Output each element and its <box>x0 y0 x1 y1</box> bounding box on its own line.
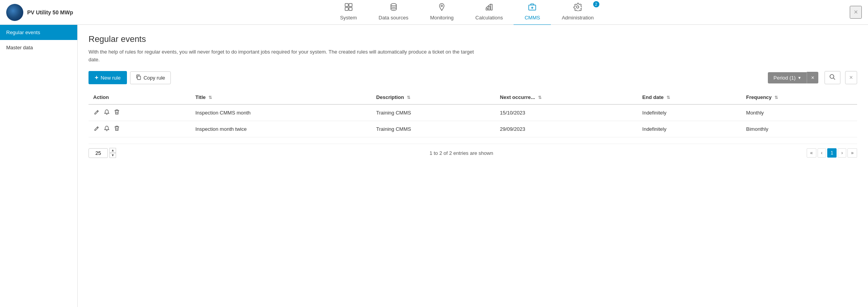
main-nav: System Data sources Monitoring <box>84 0 850 26</box>
main-content: Regular events With the help of rules fo… <box>78 25 868 307</box>
delete-icon-row1[interactable] <box>113 109 120 117</box>
nav-item-calculations[interactable]: Calculations <box>465 0 514 26</box>
svg-rect-0 <box>345 3 348 7</box>
table-row: Inspection CMMS month Training CMMS 15/1… <box>89 104 857 121</box>
col-action-label: Action <box>93 94 109 100</box>
table-footer: ▲ ▼ 1 to 2 of 2 entries are shown « ‹ 1 … <box>89 144 857 162</box>
table-row: Inspection month twice Training CMMS 29/… <box>89 121 857 137</box>
bell-icon-row2[interactable] <box>103 125 110 133</box>
page-title: Regular events <box>89 34 857 44</box>
col-frequency-label: Frequency <box>746 94 772 100</box>
svg-rect-1 <box>349 3 352 7</box>
title-sort-icon: ⇅ <box>208 95 212 100</box>
period-filter-button[interactable]: Period (1) ▼ <box>768 72 807 83</box>
copy-rule-button[interactable]: Copy rule <box>130 71 171 84</box>
table-header-row: Action Title ⇅ Description ⇅ Next occurr… <box>89 90 857 104</box>
action-icons-row2 <box>93 125 186 133</box>
col-action: Action <box>89 90 191 104</box>
administration-badge: 2 <box>593 1 599 7</box>
period-clear-button[interactable]: × <box>807 72 818 83</box>
cmms-icon <box>528 3 536 13</box>
col-next-occurrence[interactable]: Next occurre... ⇅ <box>495 90 638 104</box>
nav-item-cmms[interactable]: CMMS <box>514 0 551 26</box>
col-frequency[interactable]: Frequency ⇅ <box>741 90 857 104</box>
next-occurrence-sort-icon: ⇅ <box>538 95 542 100</box>
edit-icon-row2[interactable] <box>93 125 100 133</box>
col-title[interactable]: Title ⇅ <box>191 90 372 104</box>
sidebar-item-master-data[interactable]: Master data <box>0 40 77 55</box>
col-next-occurrence-label: Next occurre... <box>500 94 535 100</box>
svg-line-15 <box>833 78 835 80</box>
per-page-down[interactable]: ▼ <box>109 153 116 158</box>
nav-item-administration[interactable]: Administration 2 <box>551 0 604 26</box>
col-description-label: Description <box>376 94 404 100</box>
period-filter: Period (1) ▼ × <box>768 72 818 83</box>
row2-description: Training CMMS <box>372 121 495 137</box>
search-icon <box>830 75 835 81</box>
per-page-control: ▲ ▼ <box>89 148 116 158</box>
new-rule-label: New rule <box>101 75 120 81</box>
per-page-input[interactable] <box>89 148 108 158</box>
col-description[interactable]: Description ⇅ <box>372 90 495 104</box>
pagination-first[interactable]: « <box>807 148 816 158</box>
nav-item-monitoring[interactable]: Monitoring <box>419 0 465 26</box>
row1-title: Inspection CMMS month <box>191 104 372 121</box>
row2-frequency: Bimonthly <box>741 121 857 137</box>
new-rule-button[interactable]: + New rule <box>89 71 127 84</box>
svg-rect-2 <box>345 7 348 10</box>
close-button[interactable]: × <box>850 6 862 19</box>
entries-info: 1 to 2 of 2 entries are shown <box>429 150 493 156</box>
svg-rect-8 <box>491 4 492 10</box>
pagination-prev[interactable]: ‹ <box>818 148 826 158</box>
col-title-label: Title <box>195 94 206 100</box>
per-page-up[interactable]: ▲ <box>109 148 116 153</box>
search-button[interactable] <box>825 71 840 84</box>
svg-rect-7 <box>488 6 490 10</box>
nav-label-system: System <box>340 15 357 21</box>
app-logo <box>6 4 23 21</box>
sidebar-item-regular-events[interactable]: Regular events <box>0 25 77 40</box>
action-icons-row1 <box>93 109 186 117</box>
sidebar: Regular events Master data <box>0 25 78 307</box>
row1-description: Training CMMS <box>372 104 495 121</box>
col-end-date[interactable]: End date ⇅ <box>638 90 742 104</box>
row1-next-occurrence: 15/10/2023 <box>495 104 638 121</box>
top-nav: PV Utility 50 MWp System Data sources <box>0 0 868 25</box>
administration-icon <box>573 3 582 13</box>
monitoring-icon <box>437 3 446 13</box>
nav-item-datasources[interactable]: Data sources <box>368 0 419 26</box>
delete-icon-row2[interactable] <box>113 125 120 133</box>
logo-area: PV Utility 50 MWp <box>6 4 84 21</box>
toolbar: + New rule Copy rule Period (1) ▼ × <box>89 71 857 84</box>
svg-rect-6 <box>486 8 488 10</box>
nav-item-system[interactable]: System <box>329 0 368 26</box>
pagination: « ‹ 1 › » <box>807 148 857 158</box>
row2-actions <box>89 121 191 137</box>
row1-actions <box>89 104 191 121</box>
nav-label-cmms: CMMS <box>524 15 540 21</box>
pagination-next[interactable]: › <box>838 148 846 158</box>
frequency-sort-icon: ⇅ <box>774 95 778 100</box>
svg-rect-13 <box>137 76 141 80</box>
svg-rect-3 <box>349 7 352 10</box>
pagination-last[interactable]: » <box>847 148 857 158</box>
per-page-arrows: ▲ ▼ <box>109 148 116 158</box>
description-sort-icon: ⇅ <box>407 95 410 100</box>
main-layout: Regular events Master data Regular event… <box>0 25 868 307</box>
system-icon <box>344 3 353 13</box>
bell-icon-row1[interactable] <box>103 109 110 117</box>
search-clear-button[interactable]: × <box>845 71 857 84</box>
plus-icon: + <box>95 74 98 81</box>
calculations-icon <box>485 3 493 13</box>
page-description: With the help of rules for regular event… <box>89 48 477 63</box>
copy-rule-label: Copy rule <box>144 75 165 81</box>
nav-label-administration: Administration <box>562 15 594 21</box>
svg-point-5 <box>441 5 443 7</box>
row2-title: Inspection month twice <box>191 121 372 137</box>
svg-point-14 <box>830 75 834 78</box>
edit-icon-row1[interactable] <box>93 109 100 117</box>
period-label: Period (1) <box>773 75 795 81</box>
row1-end-date: Indefinitely <box>638 104 742 121</box>
row2-end-date: Indefinitely <box>638 121 742 137</box>
pagination-current[interactable]: 1 <box>827 148 837 158</box>
